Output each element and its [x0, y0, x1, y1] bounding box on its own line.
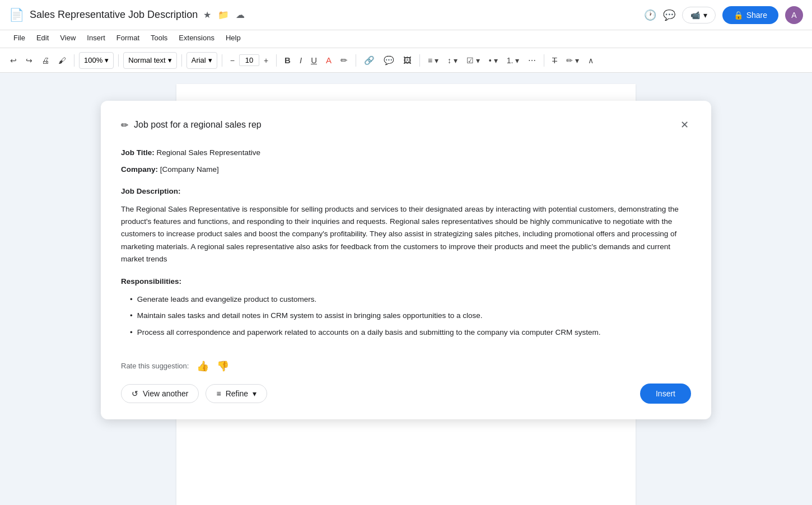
rating-row: Rate this suggestion: 👍 👎 [121, 352, 680, 375]
line-spacing-button[interactable]: ↕ ▾ [444, 54, 461, 67]
avatar-initials: A [791, 11, 796, 20]
ai-dialog: ✏ Job post for a regional sales rep ✕ Jo… [101, 101, 711, 419]
menu-file[interactable]: File [9, 31, 30, 44]
history-icon[interactable]: 🕐 [644, 9, 656, 21]
refine-icon: ≡ [216, 389, 221, 398]
font-arrow: ▾ [208, 56, 212, 64]
doc-action-icons: ★ 📁 ☁ [203, 10, 245, 20]
company-row: Company: [Company Name] [121, 163, 680, 176]
menu-view[interactable]: View [55, 31, 80, 44]
comment-icon[interactable]: 💬 [663, 9, 675, 21]
share-label: Share [746, 11, 767, 20]
close-button[interactable]: ✕ [678, 116, 691, 133]
dialog-title-text: Job post for a regional sales rep [134, 120, 262, 130]
divider-7 [419, 54, 420, 67]
align-button[interactable]: ≡ ▾ [424, 54, 442, 67]
comment-insert-button[interactable]: 💬 [380, 53, 398, 68]
checklist-button[interactable]: ☑ ▾ [463, 54, 483, 67]
pencil-icon: ✏ [121, 120, 128, 130]
share-button[interactable]: 🔒 Share [722, 6, 778, 24]
job-title-label: Job Title: [121, 148, 155, 157]
paint-format-button[interactable]: 🖌 [55, 54, 69, 67]
star-icon[interactable]: ★ [203, 10, 211, 20]
job-desc-text: The Regional Sales Representative is res… [121, 203, 680, 265]
highlight-button[interactable]: ✏ [337, 53, 351, 68]
ai-dialog-content: Job Title: Regional Sales Representative… [121, 147, 691, 375]
thumbs-down-button[interactable]: 👎 [217, 358, 229, 375]
responsibilities-heading: Responsibilities: [121, 275, 680, 288]
insert-button[interactable]: Insert [640, 384, 691, 404]
style-label: Normal text [128, 56, 165, 64]
print-button[interactable]: 🖨 [38, 54, 53, 67]
responsibilities-list: Generate leads and evangelize product to… [121, 293, 680, 339]
share-lock-icon: 🔒 [734, 11, 743, 20]
folder-icon[interactable]: 📁 [218, 10, 229, 20]
cloud-icon[interactable]: ☁ [236, 10, 245, 20]
style-arrow: ▾ [168, 56, 172, 64]
underline-button[interactable]: U [307, 53, 320, 67]
menu-help[interactable]: Help [221, 31, 245, 44]
divider-2 [118, 54, 119, 67]
clear-format-button[interactable]: T̶ [549, 54, 561, 67]
numbered-list-button[interactable]: 1. ▾ [503, 54, 523, 67]
link-button[interactable]: 🔗 [361, 53, 378, 68]
action-row-left: ↺ View another ≡ Refine ▾ [121, 384, 267, 403]
doc-title: Sales Representative Job Description [30, 9, 198, 21]
image-button[interactable]: 🖼 [400, 53, 415, 67]
italic-button[interactable]: I [296, 53, 305, 67]
avatar[interactable]: A [785, 6, 803, 24]
list-item: Generate leads and evangelize product to… [130, 293, 680, 306]
divider-5 [276, 54, 277, 67]
list-item: Maintain sales tasks and detail notes in… [130, 310, 680, 322]
video-button[interactable]: 📹 ▾ [682, 7, 716, 24]
font-size-control: − + [227, 54, 272, 67]
zoom-value: 100% [84, 56, 102, 64]
menu-edit[interactable]: Edit [32, 31, 53, 44]
video-icon: 📹 [690, 11, 700, 20]
job-desc-heading: Job Description: [121, 185, 680, 198]
thumbs-up-button[interactable]: 👍 [197, 358, 209, 375]
ai-dialog-title: ✏ Job post for a regional sales rep [121, 120, 262, 130]
style-dropdown[interactable]: Normal text ▾ [123, 52, 176, 69]
view-another-icon: ↺ [132, 389, 138, 398]
view-another-label: View another [143, 389, 188, 398]
zoom-arrow: ▾ [105, 56, 109, 64]
more-options-button[interactable]: ⋯ [525, 54, 539, 67]
refine-arrow: ▾ [253, 389, 256, 398]
refine-button[interactable]: ≡ Refine ▾ [206, 384, 267, 403]
bullet-list-button[interactable]: • ▾ [486, 54, 501, 67]
top-bar-right: 🕐 💬 📹 ▾ 🔒 Share A [644, 6, 803, 24]
menu-format[interactable]: Format [112, 31, 144, 44]
bold-button[interactable]: B [281, 53, 294, 67]
doc-icon: 📄 [9, 8, 24, 22]
menu-insert[interactable]: Insert [82, 31, 110, 44]
rating-label: Rate this suggestion: [121, 361, 189, 372]
view-another-button[interactable]: ↺ View another [121, 384, 199, 403]
font-size-minus[interactable]: − [227, 54, 238, 67]
video-arrow: ▾ [703, 11, 707, 20]
collapse-toolbar-button[interactable]: ∧ [585, 54, 597, 67]
undo-button[interactable]: ↩ [7, 54, 20, 67]
menu-tools[interactable]: Tools [146, 31, 172, 44]
divider-8 [544, 54, 544, 67]
document: ✏ Job post for a regional sales rep ✕ Jo… [176, 84, 636, 505]
menu-extensions[interactable]: Extensions [174, 31, 219, 44]
font-dropdown[interactable]: Arial ▾ [186, 52, 217, 69]
menu-bar: File Edit View Insert Format Tools Exten… [0, 30, 812, 48]
redo-button[interactable]: ↪ [22, 54, 36, 67]
divider-4 [222, 54, 222, 67]
ai-dialog-header: ✏ Job post for a regional sales rep ✕ [121, 116, 691, 133]
refine-label: Refine [226, 389, 248, 398]
job-title-value: Regional Sales Representative [157, 148, 260, 157]
divider-3 [181, 54, 182, 67]
font-size-plus[interactable]: + [260, 54, 272, 67]
font-label: Arial [192, 56, 206, 64]
content-area: ✏ Job post for a regional sales rep ✕ Jo… [0, 73, 812, 505]
job-title-row: Job Title: Regional Sales Representative [121, 147, 680, 159]
text-color-button[interactable]: A [323, 53, 335, 67]
zoom-dropdown[interactable]: 100% ▾ [79, 52, 114, 69]
pen-button[interactable]: ✏ ▾ [563, 54, 582, 67]
responsibilities-label: Responsibilities: [121, 277, 181, 286]
font-size-input[interactable] [239, 54, 259, 66]
job-desc-label: Job Description: [121, 187, 181, 195]
